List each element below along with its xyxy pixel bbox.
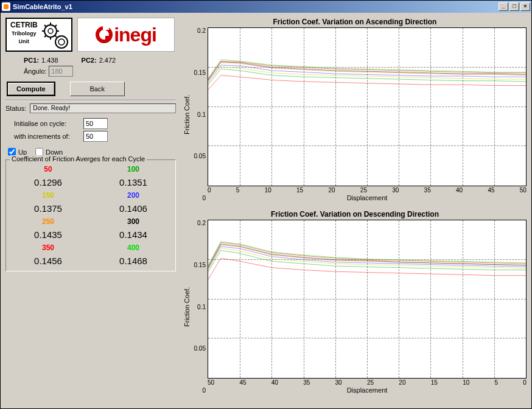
xtick: 25 (367, 379, 374, 386)
xtick: 25 (360, 187, 367, 194)
cycle-header: 300 (94, 217, 173, 226)
series-line (208, 250, 526, 271)
cycle-value: 0.1406 (94, 203, 173, 214)
cycle-averages-group: Coefficient of Friction Averges for each… (5, 159, 176, 271)
minimize-button[interactable]: _ (499, 2, 508, 11)
xtick: 40 (456, 187, 463, 194)
chart2-ylabel: Friction Coef. (183, 220, 191, 394)
xtick: 5 (495, 379, 499, 386)
chart2-xlabel: Displacement (208, 386, 527, 394)
chart1-title: Friction Coef. Variation on Ascending Di… (183, 18, 527, 26)
controls-panel: CETRIBTribologyUnit (5, 18, 180, 404)
inegi-logo: inegi (77, 18, 175, 52)
xtick: 50 (520, 187, 527, 194)
svg-point-1 (48, 29, 53, 33)
inegi-e-icon (96, 26, 113, 43)
xtick: 35 (424, 187, 431, 194)
cycle-value: 0.1468 (94, 256, 173, 266)
ytick: 0.15 (191, 69, 206, 76)
cycle-header: 400 (94, 243, 173, 252)
ytick: 0 (191, 387, 206, 394)
init-cycle-label: Initialise on cycle: (14, 120, 81, 127)
series-line (208, 60, 526, 79)
angle-input (49, 66, 73, 77)
series-line (208, 242, 526, 265)
gear-icon (42, 23, 69, 49)
svg-line-6 (44, 25, 46, 27)
compute-button[interactable]: Compute (7, 82, 55, 96)
cycle-header: 200 (94, 191, 173, 200)
xtick: 20 (399, 379, 405, 386)
xtick: 10 (265, 187, 271, 194)
xtick: 50 (208, 379, 214, 386)
cycle-value: 0.1456 (9, 256, 88, 266)
series-line (208, 75, 526, 89)
pc2-label: PC2: (82, 57, 97, 64)
ytick: 0 (191, 195, 206, 201)
xtick: 0 (523, 379, 527, 386)
ytick: 0.15 (191, 262, 206, 268)
cycle-header: 350 (9, 243, 88, 252)
chart1-xlabel: Displacement (208, 194, 527, 201)
xtick: 45 (239, 379, 246, 386)
close-button[interactable]: × (520, 2, 530, 11)
pc2-value: 2.472 (99, 57, 116, 64)
xtick: 30 (335, 379, 342, 386)
ytick: 0.2 (191, 220, 206, 226)
xtick: 30 (392, 187, 399, 194)
back-button[interactable]: Back (70, 82, 125, 96)
ytick: 0.1 (191, 304, 206, 310)
svg-line-8 (44, 35, 46, 37)
increment-input[interactable] (83, 131, 108, 142)
svg-line-7 (55, 35, 57, 37)
status-text: Done. Ready! (30, 103, 176, 113)
chart1-ylabel: Friction Coef. (183, 27, 191, 201)
chart2-title: Friction Coef. Variation on Descending D… (183, 210, 527, 218)
cetrib-logo: CETRIBTribologyUnit (5, 18, 72, 52)
ytick: 0.05 (191, 153, 206, 159)
svg-line-9 (55, 25, 57, 27)
cycle-header: 150 (9, 191, 88, 200)
chart-ascending: Friction Coef. Variation on Ascending Di… (183, 18, 527, 201)
cycle-value: 0.1375 (9, 203, 88, 214)
app-icon (2, 2, 10, 11)
xtick: 15 (431, 379, 438, 386)
angle-label: Ângulo: (24, 68, 46, 75)
xtick: 10 (463, 379, 469, 386)
series-line (208, 242, 526, 266)
xtick: 40 (271, 379, 278, 386)
cycle-header: 100 (94, 165, 173, 173)
maximize-button[interactable]: □ (509, 2, 519, 11)
svg-point-10 (55, 36, 68, 48)
cycle-group-legend: Coefficient of Friction Averges for each… (10, 155, 147, 163)
init-cycle-input[interactable] (83, 118, 108, 129)
series-line (208, 62, 526, 80)
xtick: 0 (208, 187, 211, 194)
chart-descending: Friction Coef. Variation on Descending D… (183, 210, 527, 394)
ytick: 0.1 (191, 111, 206, 118)
cycle-header: 250 (9, 217, 88, 226)
series-line (208, 65, 526, 82)
app-window: SimCableAtrito_v1 _ □ × CETRIBTribologyU… (0, 0, 532, 409)
xtick: 20 (328, 187, 335, 194)
status-label: Status: (5, 105, 26, 112)
titlebar[interactable]: SimCableAtrito_v1 _ □ × (1, 1, 531, 13)
xtick: 5 (236, 187, 240, 194)
cycle-value: 0.1296 (9, 177, 88, 187)
cycle-header: 50 (9, 165, 88, 173)
increment-label: with increments of: (14, 133, 81, 140)
series-line (208, 244, 526, 268)
pc1-label: PC1: (24, 57, 39, 64)
xtick: 35 (303, 379, 310, 386)
cycle-value: 0.1434 (94, 229, 173, 240)
xtick: 15 (296, 187, 303, 194)
window-title: SimCableAtrito_v1 (13, 3, 72, 10)
charts-panel: Friction Coef. Variation on Ascending Di… (180, 18, 527, 404)
ytick: 0.2 (191, 27, 206, 34)
cycle-value: 0.1351 (94, 177, 173, 187)
xtick: 45 (488, 187, 494, 194)
pc1-value: 1.438 (41, 57, 58, 64)
cycle-value: 0.1435 (9, 229, 88, 240)
ytick: 0.05 (191, 345, 206, 352)
svg-point-11 (58, 39, 65, 45)
